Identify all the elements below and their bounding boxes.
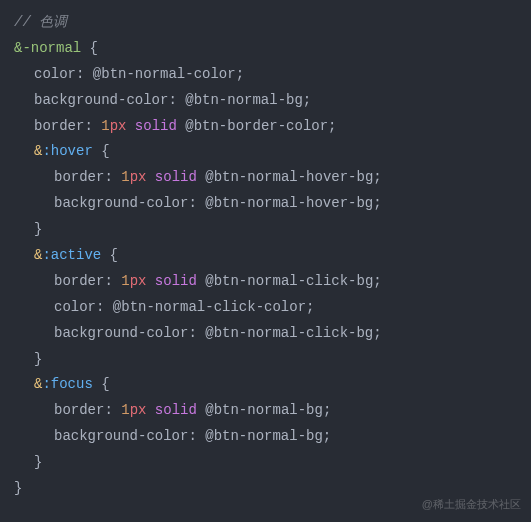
pseudo-hover: :hover	[42, 143, 92, 159]
code-line: &-normal {	[14, 36, 517, 62]
code-line: border: 1px solid @btn-normal-click-bg;	[14, 269, 517, 295]
code-line: border: 1px solid @btn-normal-bg;	[14, 398, 517, 424]
code-line: border: 1px solid @btn-border-color;	[14, 114, 517, 140]
code-line: // 色调	[14, 10, 517, 36]
comment: // 色调	[14, 14, 67, 30]
code-line: background-color: @btn-normal-hover-bg;	[14, 191, 517, 217]
code-line: &:active {	[14, 243, 517, 269]
pseudo-active: :active	[42, 247, 101, 263]
watermark: @稀土掘金技术社区	[422, 494, 521, 514]
code-line: color: @btn-normal-color;	[14, 62, 517, 88]
pseudo-focus: :focus	[42, 376, 92, 392]
selector: &-normal	[14, 40, 81, 56]
code-line: background-color: @btn-normal-click-bg;	[14, 321, 517, 347]
code-line: }	[14, 450, 517, 476]
code-line: color: @btn-normal-click-color;	[14, 295, 517, 321]
code-line: background-color: @btn-normal-bg;	[14, 88, 517, 114]
code-line: &:focus {	[14, 372, 517, 398]
code-block: // 色调 &-normal { color: @btn-normal-colo…	[14, 10, 517, 502]
code-line: border: 1px solid @btn-normal-hover-bg;	[14, 165, 517, 191]
code-line: background-color: @btn-normal-bg;	[14, 424, 517, 450]
code-line: }	[14, 347, 517, 373]
code-line: &:hover {	[14, 139, 517, 165]
code-line: }	[14, 217, 517, 243]
